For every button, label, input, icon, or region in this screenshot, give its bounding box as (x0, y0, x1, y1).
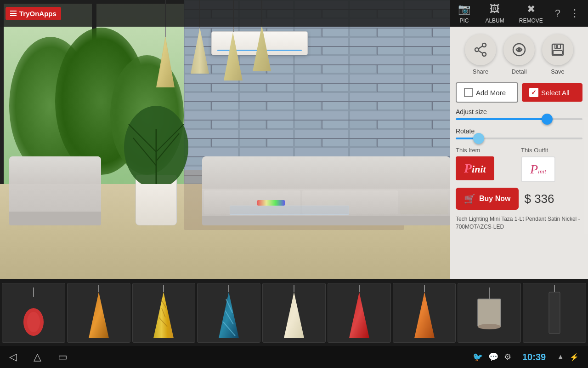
wifi-icon: ▲ (557, 353, 564, 361)
svg-marker-40 (219, 292, 239, 338)
select-all-checkbox (529, 88, 538, 97)
select-all-label: Select All (541, 89, 570, 97)
nav-icons-right: 🐦 💬 ⚙ 10:39 ▲ ⚡ (473, 352, 579, 362)
album-button[interactable]: 🖼 ALBUM (480, 1, 509, 26)
album-label: ALBUM (485, 17, 504, 24)
thumbnail-bar (0, 279, 588, 346)
this-item-group: This Item Pinit (456, 147, 517, 180)
this-outfit-label: This Outfit (521, 147, 548, 154)
svg-point-19 (475, 48, 479, 52)
adjust-size-track[interactable] (456, 118, 582, 120)
add-more-button[interactable]: Add More (456, 82, 518, 103)
share-button[interactable]: Share (465, 34, 496, 75)
svg-point-20 (482, 52, 486, 56)
rotate-track[interactable] (456, 138, 582, 139)
settings-icon[interactable]: ⚙ (504, 352, 511, 362)
buy-now-button[interactable]: 🛒 Buy Now (456, 188, 519, 210)
thumbnail-3[interactable] (132, 283, 196, 343)
add-more-checkbox (464, 88, 473, 97)
svg-marker-9 (191, 28, 209, 74)
twitter-icon[interactable]: 🐦 (473, 352, 483, 362)
thumbnail-7[interactable] (393, 283, 456, 343)
share-icon-circle (465, 34, 496, 65)
svg-marker-45 (284, 292, 304, 338)
select-all-button[interactable]: Select All (522, 83, 582, 102)
app-name: TryOnApps (19, 10, 57, 17)
more-button[interactable]: ⋮ (567, 7, 582, 19)
this-outfit-pinit-text: Pinit (530, 162, 546, 177)
svg-line-21 (479, 46, 483, 49)
detail-button[interactable]: Detail (503, 34, 535, 75)
rotate-section: Rotate (456, 127, 582, 141)
thumbnail-9[interactable] (523, 283, 586, 343)
pic-label: PIC (459, 17, 469, 24)
this-outfit-group: This Outfit Pinit (521, 147, 582, 182)
save-button[interactable]: Save (542, 34, 573, 75)
svg-marker-35 (153, 292, 174, 338)
pic-button[interactable]: 📷 PIC (452, 1, 476, 26)
help-button[interactable]: ? (552, 7, 563, 19)
remove-icon: ✖ (525, 3, 537, 16)
recent-apps-button[interactable]: ▭ (58, 351, 68, 363)
select-row: Add More Select All (456, 82, 582, 103)
remove-label: REMOVE (519, 17, 543, 24)
menu-icon (10, 11, 17, 16)
detail-icon-circle (503, 34, 535, 65)
thumbnail-5[interactable] (262, 283, 326, 343)
remove-button[interactable]: ✖ REMOVE (514, 1, 548, 26)
svg-rect-51 (478, 299, 501, 327)
camera-icon: 📷 (458, 3, 470, 16)
rotate-label: Rotate (456, 127, 582, 135)
right-panel: Share Detail Save (450, 27, 588, 281)
svg-marker-7 (156, 37, 175, 87)
share-label: Share (473, 68, 489, 75)
buy-now-label: Buy Now (479, 195, 510, 203)
this-item-label: This Item (456, 147, 480, 154)
thumbnail-4[interactable] (197, 283, 260, 343)
this-item-pinit-text: Pinit (464, 161, 486, 176)
svg-point-31 (27, 312, 40, 332)
svg-marker-10 (224, 32, 243, 80)
thumbnail-6[interactable] (328, 283, 391, 343)
thumbnail-1[interactable] (2, 283, 65, 343)
room-scene (0, 0, 450, 281)
svg-rect-55 (549, 292, 560, 334)
thumbnail-2[interactable] (67, 283, 130, 343)
svg-point-53 (478, 324, 501, 329)
pinit-section: This Item Pinit This Outfit Pinit (456, 147, 582, 182)
adjust-size-thumb[interactable] (542, 114, 553, 125)
chat-icon[interactable]: 💬 (488, 352, 498, 362)
buy-section: 🛒 Buy Now $ 336 (456, 188, 582, 210)
this-outfit-pinit-button[interactable]: Pinit (521, 156, 555, 182)
svg-marker-49 (414, 292, 435, 338)
back-button[interactable]: ◁ (9, 351, 17, 363)
cart-icon: 🛒 (464, 193, 475, 204)
svg-line-22 (479, 51, 483, 53)
product-name: Tech Lighting Mini Taza 1-Lt Pendant Sat… (456, 215, 582, 273)
save-label: Save (551, 68, 565, 75)
home-button[interactable]: △ (34, 351, 41, 363)
time-display: 10:39 (522, 352, 546, 362)
adjust-size-label: Adjust size (456, 108, 582, 115)
svg-marker-33 (89, 292, 109, 338)
rotate-thumb[interactable] (473, 133, 484, 144)
svg-rect-27 (553, 51, 562, 54)
nav-icons-left: ◁ △ ▭ (9, 351, 68, 363)
svg-point-18 (482, 43, 486, 47)
battery-icon: ⚡ (570, 353, 579, 362)
thumbnail-8[interactable] (458, 283, 521, 343)
svg-rect-28 (556, 45, 558, 48)
top-bar: TryOnApps 📷 PIC 🖼 ALBUM ✖ REMOVE ? ⋮ (0, 0, 588, 27)
save-icon-circle (542, 34, 573, 65)
bottom-nav: ◁ △ ▭ 🐦 💬 ⚙ 10:39 ▲ ⚡ (0, 346, 588, 368)
app-logo: TryOnApps (6, 7, 61, 20)
action-icons-row: Share Detail Save (465, 34, 573, 75)
svg-marker-47 (349, 292, 369, 338)
add-more-label: Add More (476, 89, 506, 97)
svg-marker-11 (253, 25, 271, 71)
this-item-pinit-button[interactable]: Pinit (456, 156, 494, 180)
adjust-size-section: Adjust size (456, 108, 582, 122)
price-display: $ 336 (524, 192, 554, 206)
album-icon: 🖼 (488, 3, 501, 16)
svg-point-24 (518, 48, 520, 51)
